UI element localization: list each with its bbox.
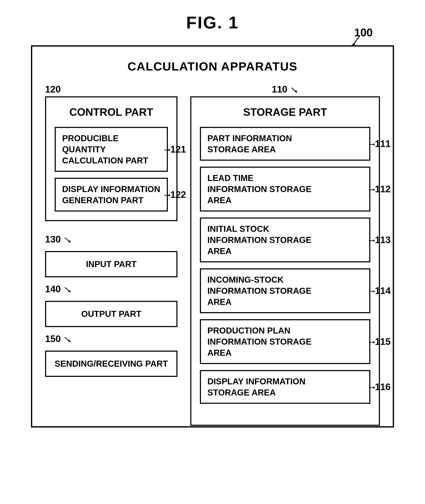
item-121: PRODUCIBLE QUANTITYCALCULATION PART 121: [55, 127, 168, 172]
arrow-140-icon: [64, 287, 72, 292]
item-111-label: PART INFORMATIONSTORAGE AREA: [207, 133, 292, 155]
item-114: INCOMING-STOCKINFORMATION STORAGEAREA 11…: [200, 268, 370, 313]
arrow-116-icon: [369, 385, 375, 390]
item-111-number: 111: [369, 138, 391, 149]
item-113-number: 113: [369, 235, 391, 245]
outer-title: CALCULATION APPARATUS: [45, 59, 380, 73]
arrow-122-icon: [164, 193, 170, 197]
input-part-wrapper: 130 INPUT PART: [45, 234, 178, 277]
item-116: DISPLAY INFORMATIONSTORAGE AREA 116: [200, 370, 370, 404]
arrow-112-icon: [369, 188, 375, 192]
inner-layout: 120 CONTROL PART PRODUCIBLE QUANTITYCALC…: [45, 84, 380, 413]
sending-receiving-number: 150: [45, 334, 178, 344]
item-113-label: INITIAL STOCKINFORMATION STORAGEAREA: [207, 223, 311, 257]
output-part-wrapper: 140 OUTPUT PART: [45, 284, 178, 327]
item-115-number: 115: [369, 336, 391, 347]
svg-marker-25: [373, 386, 375, 389]
storage-part-box: STORAGE PART PART INFORMATIONSTORAGE ARE…: [190, 96, 380, 426]
output-part-box: OUTPUT PART: [45, 301, 178, 327]
control-part-number: 120: [45, 84, 178, 95]
item-115-label: PRODUCTION PLANINFORMATION STORAGEAREA: [207, 325, 311, 358]
svg-marker-17: [373, 188, 375, 191]
storage-part-number: 110: [190, 84, 380, 95]
storage-part-title: STORAGE PART: [200, 106, 370, 118]
item-122: DISPLAY INFORMATIONGENERATION PART 122: [55, 178, 168, 212]
item-122-number: 122: [164, 189, 186, 200]
control-part-title: CONTROL PART: [55, 106, 168, 118]
outer-box: CALCULATION APPARATUS 120 CONTROL PART P…: [31, 45, 394, 428]
item-121-number: 121: [164, 144, 186, 155]
control-part-box: CONTROL PART PRODUCIBLE QUANTITYCALCULAT…: [45, 96, 178, 221]
arrow-114-icon: [369, 289, 375, 294]
input-part-number: 130: [45, 234, 178, 245]
item-114-label: INCOMING-STOCKINFORMATION STORAGEAREA: [207, 274, 311, 308]
sending-receiving-wrapper: 150 SENDING/RECEIVING PART: [45, 334, 178, 377]
svg-marker-3: [169, 149, 170, 151]
svg-marker-23: [373, 341, 375, 343]
arrow-150-icon: [64, 337, 72, 342]
svg-marker-5: [169, 194, 170, 196]
item-112-label: LEAD TIMEINFORMATION STORAGEAREA: [207, 172, 311, 206]
output-part-label: OUTPUT PART: [53, 309, 170, 319]
item-115: PRODUCTION PLANINFORMATION STORAGEAREA 1…: [200, 319, 370, 364]
item-116-label: DISPLAY INFORMATIONSTORAGE AREA: [207, 376, 305, 398]
arrow-111-icon: [369, 142, 375, 147]
item-112: LEAD TIMEINFORMATION STORAGEAREA 112: [200, 167, 370, 212]
input-part-box: INPUT PART: [45, 251, 178, 277]
left-column: 120 CONTROL PART PRODUCIBLE QUANTITYCALC…: [45, 84, 178, 413]
item-112-number: 112: [369, 184, 391, 195]
output-part-number: 140: [45, 284, 178, 294]
sending-receiving-box: SENDING/RECEIVING PART: [45, 351, 178, 377]
figure-title: FIG. 1: [186, 13, 239, 33]
item-122-label: DISPLAY INFORMATIONGENERATION PART: [62, 183, 160, 206]
arrow-container: 100 CALCULATION APPARATUS 120 CONTROL PA…: [31, 45, 394, 428]
arrow-115-icon: [369, 340, 375, 344]
input-part-label: INPUT PART: [53, 259, 170, 269]
svg-marker-21: [373, 290, 375, 293]
item-121-label: PRODUCIBLE QUANTITYCALCULATION PART: [62, 133, 160, 166]
item-114-number: 114: [369, 285, 391, 296]
svg-marker-15: [373, 143, 375, 146]
item-113: INITIAL STOCKINFORMATION STORAGEAREA 113: [200, 217, 370, 262]
arrow-110-icon: [291, 87, 299, 93]
item-111: PART INFORMATIONSTORAGE AREA 111: [200, 127, 370, 161]
item-116-number: 116: [369, 382, 391, 392]
arrow-121-icon: [164, 148, 170, 152]
storage-part-wrapper: 110 STORAGE PART PART INFORMATIONSTORAGE…: [190, 84, 380, 413]
right-column: 110 STORAGE PART PART INFORMATIONSTORAGE…: [190, 84, 380, 413]
arrow-130-icon: [64, 237, 72, 243]
arrow-113-icon: [369, 238, 375, 243]
svg-marker-19: [373, 239, 375, 242]
sending-receiving-label: SENDING/RECEIVING PART: [53, 359, 170, 369]
